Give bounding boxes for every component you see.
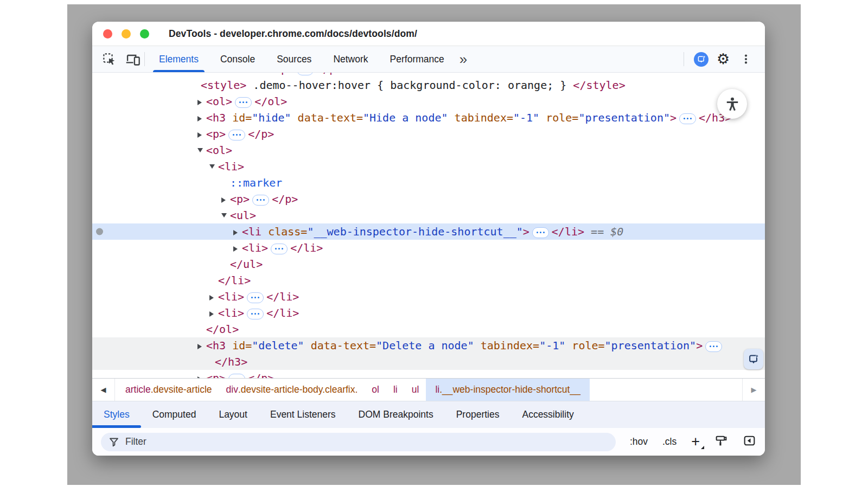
close-window-button[interactable] [103,29,112,39]
maximize-window-button[interactable] [140,29,149,39]
code-tag: <p> [206,127,226,140]
expand-arrow-icon[interactable] [233,223,242,240]
styles-tab-styles[interactable]: Styles [92,401,141,428]
dom-tree-row[interactable]: <style> .demo--hover:hover { background-… [92,77,765,93]
tab-sources[interactable]: Sources [266,46,322,72]
expand-arrow-icon[interactable] [197,126,206,142]
expand-arrow-icon[interactable] [221,191,230,207]
dom-tree-row[interactable]: <ul> [92,207,765,223]
breadcrumb-classes: .__web-inspector-hide-shortcut__ [439,384,580,395]
expand-arrow-icon[interactable] [209,305,218,321]
collapsed-content-ellipsis[interactable] [228,130,245,140]
dom-tree: <p></p><style> .demo--hover:hover { back… [92,73,765,378]
minimize-window-button[interactable] [122,29,131,39]
collapsed-content-ellipsis[interactable] [532,227,549,238]
collapsed-content-ellipsis[interactable] [679,113,696,124]
dom-tree-row[interactable]: <ol></ol> [92,93,765,110]
dom-tree-row[interactable]: </li> [92,272,765,289]
breadcrumb-item-li-selected[interactable]: li.__web-inspector-hide-shortcut__ [426,379,590,401]
dom-tree-row[interactable]: <h3 id="delete" data-text="Delete a node… [92,337,765,354]
breadcrumb: article.devsite-articlediv.devsite-artic… [115,379,590,401]
expand-arrow-icon[interactable] [197,337,206,354]
expand-arrow-icon[interactable] [209,289,218,305]
dom-tree-row[interactable]: <p></p> [92,126,765,142]
device-toolbar-icon[interactable] [125,51,141,67]
styles-tab-dom-breakpoints[interactable]: DOM Breakpoints [347,401,445,428]
styles-filter-input[interactable]: Filter [101,433,616,451]
breadcrumb-item-ul[interactable]: ul [405,379,426,401]
breadcrumb-item-div[interactable]: div.devsite-article-body.clearfix. [219,379,365,401]
rendering-emulation-icon[interactable] [714,434,728,450]
expand-arrow-icon[interactable] [266,73,275,77]
code-tag: </p> [272,193,298,206]
styles-tab-computed[interactable]: Computed [141,401,208,428]
window-title: DevTools - developer.chrome.com/docs/dev… [169,28,417,40]
code-attr: data-text= [304,339,376,352]
breadcrumb-item-li[interactable]: li [386,379,405,401]
title-bar: DevTools - developer.chrome.com/docs/dev… [92,22,765,46]
dom-tree-row[interactable]: <p></p> [92,370,765,378]
collapsed-content-ellipsis[interactable] [247,292,264,303]
code-attr: role= [565,339,604,352]
toggle-pseudo-classes-button[interactable]: :hov [630,436,648,447]
styles-tab-layout[interactable]: Layout [207,401,259,428]
code-tag: </li> [266,290,299,303]
accessibility-shortcut-button[interactable] [717,89,747,119]
devtools-toolbar: ElementsConsoleSourcesNetworkPerformance… [92,46,765,73]
code-tag: > [696,339,703,352]
dom-tree-row[interactable]: <p></p> [92,191,765,207]
dom-tree-row[interactable]: <li></li> [92,240,765,256]
tab-console[interactable]: Console [209,46,266,72]
dom-tree-row[interactable]: </ol> [92,321,765,337]
code-attr: id= [226,111,252,124]
code-tag: </p> [248,372,274,378]
collapsed-content-ellipsis[interactable] [705,341,722,352]
ask-ai-inline-button[interactable] [744,349,763,369]
toggle-element-classes-button[interactable]: .cls [662,436,676,447]
dom-tree-row[interactable]: </ul> [92,256,765,272]
code-tag: <h3 [206,111,226,124]
breadcrumb-scroll-left-icon[interactable]: ◀ [92,379,115,401]
expand-arrow-icon[interactable] [197,370,206,378]
styles-tab-event-listeners[interactable]: Event Listeners [259,401,347,428]
breadcrumb-item-article[interactable]: article.devsite-article [118,379,219,401]
collapsed-content-ellipsis[interactable] [235,97,252,108]
breadcrumb-scroll-right-icon[interactable]: ▶ [742,379,765,401]
kebab-menu-icon[interactable] [738,51,754,67]
breadcrumb-tag: ol [372,384,379,395]
new-style-rule-button[interactable]: + [691,434,700,449]
collapse-arrow-icon[interactable] [209,158,218,175]
dom-tree-row-selected[interactable]: <li class="__web-inspector-hide-shortcut… [92,223,765,240]
collapsed-content-ellipsis[interactable] [247,309,264,319]
styles-tab-accessibility[interactable]: Accessibility [510,401,585,428]
dom-tree-row[interactable]: <li></li> [92,305,765,321]
expand-arrow-icon[interactable] [197,110,206,126]
tab-elements[interactable]: Elements [148,46,209,72]
dom-tree-row[interactable]: <li></li> [92,289,765,305]
code-tag: <li [242,225,261,238]
dom-tree-row[interactable]: <p></p> [92,73,765,77]
inspect-icon[interactable] [101,51,117,67]
ai-assistance-icon[interactable] [694,52,709,67]
collapsed-content-ellipsis[interactable] [297,73,314,75]
dom-tree-row[interactable]: ::marker [92,175,765,191]
dom-tree-row[interactable]: <li> [92,158,765,175]
expand-arrow-icon[interactable] [197,93,206,110]
collapsed-content-ellipsis[interactable] [228,374,245,379]
code-eq: == $0 [584,225,623,238]
dom-tree-row[interactable]: <ol> [92,142,765,158]
styles-tab-properties[interactable]: Properties [445,401,511,428]
expand-arrow-icon[interactable] [233,240,242,256]
collapsed-content-ellipsis[interactable] [252,195,269,206]
tab-network[interactable]: Network [322,46,379,72]
gear-icon[interactable]: ⚙ [715,51,731,67]
collapsed-content-ellipsis[interactable] [271,244,288,254]
toggle-computed-sidebar-icon[interactable] [743,434,756,450]
tab-performance[interactable]: Performance [379,46,455,72]
collapse-arrow-icon[interactable] [221,207,230,223]
dom-tree-row[interactable]: <h3 id="hide" data-text="Hide a node" ta… [92,110,765,126]
breadcrumb-item-ol[interactable]: ol [365,379,386,401]
dom-tree-row[interactable]: </h3> [92,354,765,370]
collapse-arrow-icon[interactable] [197,142,206,158]
more-tabs-icon[interactable]: » [455,46,471,72]
